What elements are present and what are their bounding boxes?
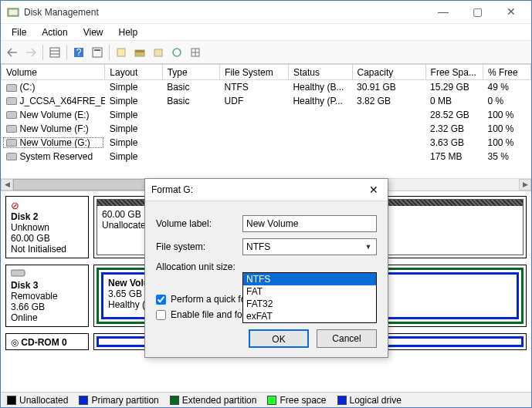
tool-icon-3[interactable] [150,44,167,61]
menu-bar: File Action View Help [1,24,531,41]
table-row[interactable]: New Volume (F:)Simple2.32 GB100 % [2,122,531,136]
table-row[interactable]: New Volume (E:)Simple28.52 GB100 % [2,108,531,122]
menu-help[interactable]: Help [111,25,146,39]
legend-primary: Primary partition [91,395,158,406]
disk3-name: Disk 3 [11,280,83,291]
svg-rect-17 [11,270,25,276]
col-layout[interactable]: Layout [105,65,162,80]
col-volume[interactable]: Volume [2,65,105,80]
disk3-size: 3.66 GB [11,302,83,312]
filesystem-label: File system: [156,241,242,252]
disk2-status: Unknown [11,222,83,233]
tool-icon-1[interactable] [113,44,130,61]
col-free[interactable]: Free Spa... [425,65,483,80]
quick-format-checkbox[interactable] [156,295,166,305]
svg-rect-9 [117,49,125,56]
svg-rect-7 [93,48,102,57]
tool-icon-2[interactable] [131,44,148,61]
cdrom-icon: ◎ [11,337,19,348]
forward-icon[interactable] [22,44,39,61]
disk3-info[interactable]: Disk 3 Removable 3.66 GB Online [5,265,89,327]
chevron-down-icon: ▼ [362,241,374,253]
disk2-size: 60.00 GB [11,233,83,244]
format-dialog: Format G: ✕ Volume label: File system: N… [144,178,388,358]
svg-rect-8 [94,49,100,51]
menu-view[interactable]: View [76,25,111,39]
maximize-button[interactable]: ▢ [460,2,494,23]
svg-text:?: ? [76,47,82,58]
svg-rect-1 [9,10,17,15]
disk2-info[interactable]: ⊘ Disk 2 Unknown 60.00 GB Not Initialise… [5,196,89,258]
removable-icon [11,268,83,280]
warn-icon: ⊘ [11,200,83,211]
cdrom-info[interactable]: ◎ CD-ROM 0 [5,333,89,350]
toolbar: ? [1,41,531,64]
fs-option-fat[interactable]: FAT [243,285,376,298]
refresh-icon[interactable] [168,44,185,61]
legend: Unallocated Primary partition Extended p… [1,392,531,407]
disk2-name: Disk 2 [11,211,83,222]
allocation-label: Allocation unit size: [156,261,242,272]
fs-option-ntfs[interactable]: NTFS [243,273,376,285]
disk2-init: Not Initialised [11,244,83,255]
tool-icon-5[interactable] [187,44,204,61]
legend-unallocated: Unallocated [19,395,68,406]
dialog-title: Format G: [151,184,366,195]
col-type[interactable]: Type [162,65,219,80]
grid-icon[interactable] [46,44,63,61]
cdrom-name: CD-ROM 0 [21,337,66,348]
svg-rect-12 [154,49,162,56]
volume-table[interactable]: Volume Layout Type File System Status Ca… [1,64,531,191]
menu-file[interactable]: File [4,25,34,39]
table-row[interactable]: J_CCSA_X64FRE_E...SimpleBasicUDFHealthy … [2,94,531,108]
volume-label-label: Volume label: [156,218,242,229]
table-row[interactable]: System ReservedSimple175 MB35 % [2,150,531,164]
properties-icon[interactable] [89,44,106,61]
fs-option-fat32[interactable]: FAT32 [243,298,376,310]
minimize-button[interactable]: — [426,2,460,23]
scroll-right-icon[interactable]: ▶ [519,179,531,191]
filesystem-value: NTFS [246,241,270,252]
window-title: Disk Management [24,7,426,18]
dialog-close-icon[interactable]: ✕ [366,184,381,196]
app-icon [7,6,19,19]
svg-rect-11 [135,50,144,52]
back-icon[interactable] [4,44,21,61]
table-row[interactable]: New Volume (G:)Simple3.63 GB100 % [2,136,531,150]
col-pfree[interactable]: % Free [483,65,530,80]
cancel-button[interactable]: Cancel [317,329,377,348]
filesystem-dropdown[interactable]: NTFS FAT FAT32 exFAT [242,272,377,323]
menu-action[interactable]: Action [34,25,75,39]
help-icon[interactable]: ? [70,44,87,61]
legend-free: Free space [280,395,326,406]
col-capacity[interactable]: Capacity [352,65,425,80]
col-status[interactable]: Status [288,65,352,80]
legend-logical: Logical drive [350,395,402,406]
fs-option-exfat[interactable]: exFAT [243,310,376,322]
col-fs[interactable]: File System [220,65,289,80]
scroll-left-icon[interactable]: ◀ [1,179,13,191]
table-row[interactable]: (C:)SimpleBasicNTFSHealthy (B...30.91 GB… [2,80,531,94]
filesystem-select[interactable]: NTFS ▼ [242,238,377,255]
ok-button[interactable]: OK [249,329,309,348]
compression-checkbox[interactable] [156,310,166,320]
disk3-status: Removable [11,291,83,302]
disk3-init: Online [11,312,83,323]
close-button[interactable]: ✕ [494,2,528,23]
legend-extended: Extended partition [182,395,257,406]
title-bar: Disk Management — ▢ ✕ [1,1,531,24]
volume-label-input[interactable] [242,215,377,232]
svg-rect-2 [50,48,59,57]
